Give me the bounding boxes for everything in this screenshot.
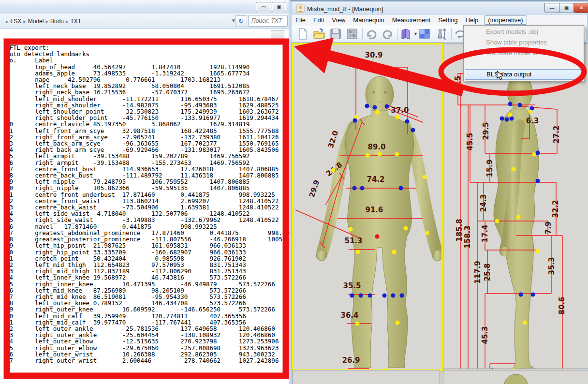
- minimize-icon: ▭: [261, 5, 265, 10]
- menu-item-show-table-properties[interactable]: Show table properties: [465, 37, 583, 48]
- landmark-dot: [405, 119, 410, 124]
- landmark-dot: [495, 219, 500, 223]
- breadcrumb-separator-icon: ▸: [4, 18, 11, 24]
- measurement-label: 117.9: [473, 261, 482, 283]
- measurement-label: 25.8: [483, 263, 492, 281]
- maximize-button[interactable]: ▣: [272, 2, 286, 12]
- landmark-dot: [536, 179, 540, 183]
- landmark-dot: [536, 151, 540, 155]
- minimize-icon: —: [550, 6, 555, 11]
- row2-head-sliver: [443, 370, 588, 384]
- redo-icon[interactable]: [382, 28, 394, 40]
- app-maximize-button[interactable]: ▣: [559, 3, 574, 13]
- breadcrumb-item-txt[interactable]: TXT: [71, 18, 82, 25]
- measurement-label: 32.2: [551, 200, 560, 218]
- menu-bar: FileEditViewMannequinMeasurementSettingH…: [292, 15, 587, 26]
- toolbar-separator: [451, 28, 452, 40]
- breadcrumb-item-bodu[interactable]: Bodu: [50, 18, 64, 25]
- measurement-label: 91.6: [365, 206, 383, 214]
- toolbar-separator: [362, 28, 363, 40]
- landmark-dot: [518, 103, 522, 107]
- measurement-label: 158.3: [463, 225, 472, 248]
- search-box[interactable]: [248, 15, 288, 27]
- measurement-label: 29.5: [482, 122, 490, 140]
- breadcrumb-item-lsx[interactable]: LSX: [11, 18, 22, 25]
- app-close-button[interactable]: ✕: [573, 3, 588, 13]
- scroll-top-button[interactable]: [271, 30, 284, 42]
- landmark-table: DFTL export: Auto detected landmarks No.…: [6, 44, 285, 364]
- measurement-label: 74.2: [367, 175, 384, 184]
- landmark-dot: [425, 231, 429, 236]
- measurement-label: 15.9: [485, 159, 494, 177]
- refresh-button[interactable]: ↻: [235, 15, 247, 27]
- measurement-label: 37.0: [391, 106, 409, 115]
- chevron-down-icon[interactable]: ▼: [413, 31, 418, 36]
- landmark-dot: [373, 105, 377, 110]
- menu-item-obscured[interactable]: [465, 59, 583, 69]
- open-folder-icon[interactable]: [313, 28, 325, 40]
- landmark-dot: [500, 117, 504, 121]
- menu-help[interactable]: Help: [462, 15, 483, 25]
- landmark-dot: [529, 110, 533, 114]
- breadcrumb-bar: ▸LSX▸Model▸Bodu▸TXT ▼ ↻: [0, 14, 289, 29]
- side-view-panel[interactable]: 22.5185.8158.345.529.515.924.317.425.811…: [443, 43, 588, 369]
- landmark-dot: [516, 215, 521, 220]
- front-view-panel[interactable]: 30.937.089.074.291.651.335.536.426.932.0…: [292, 43, 443, 371]
- toolbar-separator: [397, 28, 397, 40]
- undo-icon[interactable]: [365, 28, 378, 40]
- landmark-dot: [392, 250, 397, 254]
- menu-view[interactable]: View: [328, 15, 349, 25]
- landmark-dot: [512, 368, 516, 369]
- menu-edit[interactable]: Edit: [309, 15, 328, 25]
- breadcrumb-separator-icon: ▸: [64, 18, 71, 24]
- breadcrumb-item-model[interactable]: Model: [28, 18, 44, 25]
- landmark-dot: [375, 235, 380, 239]
- measure-height-icon[interactable]: [435, 28, 447, 40]
- save-pattern-icon[interactable]: [346, 28, 358, 40]
- menu-item-export-models-obj[interactable]: Export models .obj: [465, 27, 583, 37]
- left-window-titlebar[interactable]: ▭ ▣: [0, 0, 289, 14]
- search-input[interactable]: [250, 16, 287, 26]
- landmark-dot: [385, 104, 389, 109]
- landmark-dot: [395, 152, 399, 157]
- landmark-dot: [512, 167, 516, 172]
- menu-setting[interactable]: Setting: [434, 15, 461, 25]
- landmark-dot: [396, 115, 400, 119]
- app-minimize-button[interactable]: —: [544, 3, 559, 13]
- display-mode-icon[interactable]: [400, 28, 412, 40]
- save-icon[interactable]: [329, 28, 342, 40]
- app-titlebar[interactable]: Misha_mod_8 - [Manequin] — ▣ ✕: [292, 2, 587, 15]
- viewport-row2-left[interactable]: [292, 370, 440, 384]
- breadcrumb-separator-icon: ▸: [44, 18, 50, 24]
- measurement-label: 51.3: [344, 236, 362, 245]
- landmark-dot: [353, 186, 357, 191]
- landmark-dot: [350, 294, 354, 298]
- landmark-dot: [349, 227, 353, 232]
- landmark-dot: [376, 110, 380, 115]
- landmark-text-window: ▭ ▣ ▸LSX▸Model▸Bodu▸TXT ▼ ↻ DFTL export:…: [0, 0, 289, 384]
- landmark-dot: [391, 294, 396, 298]
- measurement-label: 36.4: [340, 311, 358, 320]
- landmark-dot: [411, 128, 415, 133]
- measurement-label: 7.9: [544, 222, 553, 235]
- landmark-dot: [359, 294, 363, 298]
- landmark-dot: [510, 117, 514, 121]
- breadcrumb[interactable]: ▸LSX▸Model▸Bodu▸TXT: [4, 16, 81, 25]
- screenshot-stage: ▭ ▣ ▸LSX▸Model▸Bodu▸TXT ▼ ↻ DFTL export:…: [0, 0, 588, 384]
- viewport-row2-right[interactable]: [443, 370, 588, 384]
- menu-file[interactable]: File: [292, 15, 309, 25]
- menu-measurement[interactable]: Measurement: [388, 15, 434, 25]
- menu-item-translate-model-in-pattern[interactable]: Translate model in Pattern: [465, 48, 583, 59]
- minimize-button[interactable]: ▭: [256, 2, 271, 12]
- menu-mannequin[interactable]: Mannequin: [349, 15, 388, 25]
- new-document-icon[interactable]: [296, 28, 309, 40]
- landmark-dot: [523, 321, 527, 325]
- table-view-icon[interactable]: [418, 28, 431, 40]
- app-icon: [296, 4, 305, 13]
- landmark-dot: [378, 152, 382, 157]
- measurement-label: 5.1: [486, 368, 495, 369]
- landmark-dot: [508, 113, 513, 117]
- maximize-icon: ▣: [277, 5, 281, 10]
- menu-item-bls-data-output[interactable]: BLS data output: [465, 69, 583, 80]
- menu-inoperative[interactable]: (inoperative): [484, 15, 527, 25]
